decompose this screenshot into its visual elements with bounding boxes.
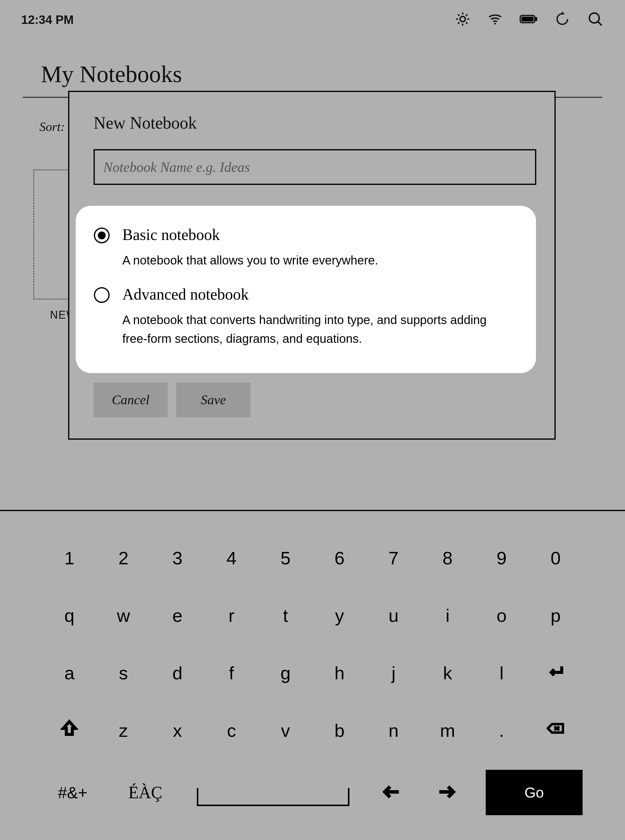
key-5[interactable]: 5 (259, 548, 312, 569)
key-accents[interactable]: ÉÀÇ (115, 783, 176, 802)
radio-basic[interactable] (94, 228, 110, 243)
brightness-icon[interactable] (455, 11, 471, 28)
key-4[interactable]: 4 (204, 548, 258, 569)
key-x[interactable]: x (151, 720, 204, 741)
svg-line-14 (598, 22, 602, 25)
option-advanced-desc: A notebook that converts handwriting int… (122, 310, 515, 348)
key-arrow-left[interactable] (371, 781, 413, 804)
notebook-name-input[interactable] (93, 149, 536, 185)
key-q[interactable]: q (42, 605, 96, 626)
status-time: 12:34 PM (21, 13, 73, 26)
key-m[interactable]: m (421, 720, 474, 741)
key-f[interactable]: f (204, 663, 258, 683)
key-7[interactable]: 7 (366, 548, 420, 569)
key-j[interactable]: j (366, 663, 420, 683)
keyboard-row-bottom: #&+ ÉÀÇ Go (42, 765, 583, 820)
status-bar: 12:34 PM (0, 0, 625, 39)
key-backspace[interactable] (529, 719, 583, 742)
page-title: My Notebooks (23, 60, 602, 95)
key-a[interactable]: a (42, 663, 96, 683)
svg-line-6 (466, 22, 468, 24)
svg-point-9 (494, 23, 496, 25)
save-button[interactable]: Save (176, 383, 250, 417)
battery-icon[interactable] (519, 11, 538, 28)
key-p[interactable]: p (529, 605, 583, 626)
keyboard-row-1: 1 2 3 4 5 6 7 8 9 0 (42, 532, 583, 584)
notebook-type-options: Basic notebook A notebook that allows yo… (76, 206, 536, 373)
key-b[interactable]: b (312, 720, 366, 741)
key-v[interactable]: v (259, 720, 312, 741)
option-basic-title: Basic notebook (122, 226, 515, 243)
key-go[interactable]: Go (486, 770, 583, 815)
key-u[interactable]: u (366, 605, 420, 626)
sort-label[interactable]: Sort: (39, 119, 65, 134)
status-icons (455, 11, 604, 29)
key-r[interactable]: r (204, 605, 258, 626)
svg-line-7 (458, 22, 460, 24)
svg-line-8 (466, 14, 468, 16)
key-6[interactable]: 6 (312, 548, 366, 569)
option-advanced-notebook[interactable]: Advanced notebook A notebook that conver… (94, 280, 515, 356)
key-w[interactable]: w (96, 605, 150, 626)
key-3[interactable]: 3 (151, 548, 204, 569)
sync-icon[interactable] (555, 11, 570, 28)
key-symbols[interactable]: #&+ (42, 783, 103, 802)
key-arrow-right[interactable] (425, 781, 468, 804)
keyboard-row-4: z x c v b n m . (42, 705, 583, 756)
key-s[interactable]: s (96, 663, 150, 683)
key-d[interactable]: d (151, 663, 204, 683)
option-basic-notebook[interactable]: Basic notebook A notebook that allows yo… (94, 220, 515, 280)
key-y[interactable]: y (312, 605, 366, 626)
key-0[interactable]: 0 (529, 548, 583, 569)
keyboard-row-2: q w e r t y u i o p (42, 590, 583, 641)
option-basic-desc: A notebook that allows you to write ever… (122, 251, 515, 270)
svg-rect-12 (535, 17, 537, 21)
key-o[interactable]: o (474, 605, 529, 626)
on-screen-keyboard: 1 2 3 4 5 6 7 8 9 0 q w e r t y u i o p … (0, 510, 625, 840)
key-period[interactable]: . (474, 720, 529, 741)
key-t[interactable]: t (259, 605, 312, 626)
svg-rect-11 (521, 17, 533, 22)
keyboard-row-3: a s d f g h j k l (42, 647, 583, 699)
key-space[interactable] (197, 779, 350, 806)
radio-advanced[interactable] (94, 287, 110, 303)
svg-point-0 (460, 16, 465, 22)
search-icon[interactable] (587, 11, 604, 29)
key-1[interactable]: 1 (42, 548, 96, 569)
key-z[interactable]: z (96, 720, 150, 741)
key-2[interactable]: 2 (96, 548, 150, 569)
svg-line-5 (458, 14, 460, 16)
key-e[interactable]: e (151, 605, 204, 626)
key-c[interactable]: c (204, 720, 258, 741)
key-l[interactable]: l (474, 663, 529, 683)
key-g[interactable]: g (259, 663, 312, 683)
key-i[interactable]: i (421, 605, 474, 626)
option-advanced-title: Advanced notebook (122, 285, 515, 303)
wifi-icon[interactable] (487, 11, 503, 28)
svg-point-13 (589, 13, 599, 23)
key-9[interactable]: 9 (474, 548, 529, 569)
key-n[interactable]: n (366, 720, 420, 741)
key-enter[interactable] (529, 662, 583, 684)
key-h[interactable]: h (312, 663, 366, 683)
key-k[interactable]: k (421, 663, 474, 683)
key-shift[interactable] (42, 719, 96, 742)
cancel-button[interactable]: Cancel (93, 383, 168, 417)
key-8[interactable]: 8 (421, 548, 474, 569)
dialog-title: New Notebook (93, 113, 536, 133)
